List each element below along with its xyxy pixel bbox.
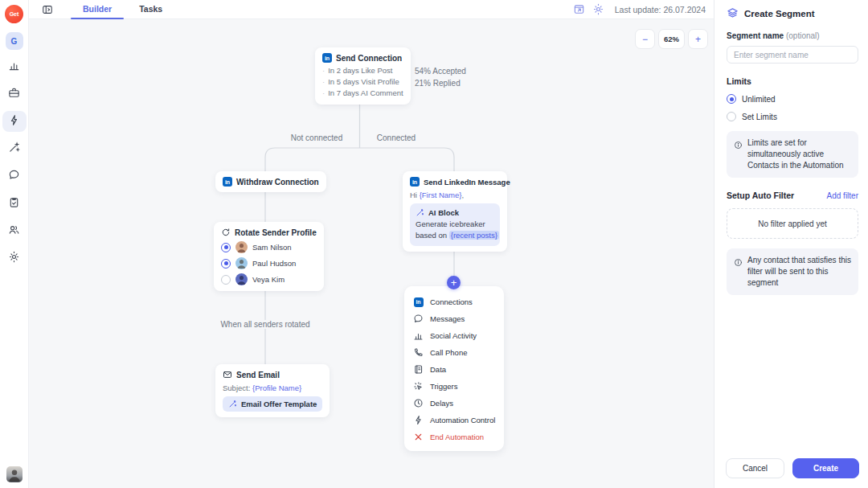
add-step-button[interactable] bbox=[447, 276, 461, 289]
magic-wand-icon bbox=[228, 400, 237, 408]
magic-wand-icon bbox=[8, 141, 20, 157]
zoom-controls: − 62% + bbox=[635, 29, 708, 49]
add-filter-link[interactable]: Add filter bbox=[827, 191, 858, 200]
lightning-icon bbox=[413, 415, 424, 425]
sender-radio[interactable] bbox=[221, 275, 231, 285]
menu-item-call-phone[interactable]: Call Phone bbox=[404, 344, 504, 361]
tab-tasks[interactable]: Tasks bbox=[125, 0, 176, 19]
lightning-icon bbox=[8, 114, 20, 129]
email-subject: Subject: {Profile Name} bbox=[223, 383, 322, 392]
sidebar-item-analytics[interactable] bbox=[2, 56, 27, 77]
node-withdraw-connection[interactable]: Withdraw Connection bbox=[215, 171, 326, 192]
segment-name-input[interactable] bbox=[727, 46, 858, 64]
sidebar-item-tasks[interactable] bbox=[2, 193, 27, 214]
stat-accepted: 54% Accepted bbox=[415, 65, 466, 77]
node-rotate-sender-profile[interactable]: Rotate Sender Profile Sam Nilson Paul Hu… bbox=[214, 222, 324, 291]
linkedin-icon bbox=[410, 177, 420, 187]
automation-canvas[interactable]: − 62% + Send Connection In 2 days Like P… bbox=[29, 19, 714, 488]
menu-item-social-activity[interactable]: Social Activity bbox=[404, 327, 504, 344]
x-cross-icon bbox=[413, 432, 424, 442]
profile-name-token: {Profile Name} bbox=[252, 383, 301, 392]
layers-icon bbox=[727, 7, 739, 19]
user-avatar[interactable] bbox=[6, 466, 23, 482]
cancel-button[interactable]: Cancel bbox=[726, 458, 784, 478]
sidebar-item-contacts[interactable] bbox=[2, 220, 27, 241]
rotate-icon bbox=[221, 228, 231, 237]
step-item: In 2 days Like Post bbox=[322, 65, 403, 76]
branch-label-not-connected: Not connected bbox=[291, 133, 343, 142]
zoom-out-button[interactable]: − bbox=[635, 29, 655, 49]
sender-radio[interactable] bbox=[221, 259, 231, 269]
sidebar-item-ai-tools[interactable] bbox=[2, 138, 27, 159]
gear-icon bbox=[8, 251, 20, 266]
create-button[interactable]: Create bbox=[792, 458, 859, 478]
notebook-icon bbox=[413, 364, 424, 375]
bar-chart-icon bbox=[413, 330, 424, 341]
last-update: Last update: 26.07.2024 bbox=[615, 5, 706, 14]
tab-builder[interactable]: Builder bbox=[69, 0, 125, 19]
tap-trigger-icon bbox=[413, 381, 424, 392]
menu-item-end-automation[interactable]: End Automation bbox=[404, 429, 504, 445]
menu-item-delays[interactable]: Delays bbox=[404, 395, 504, 412]
linkedin-icon bbox=[322, 53, 332, 63]
sender-radio[interactable] bbox=[221, 243, 231, 252]
sender-avatar bbox=[235, 241, 248, 253]
linkedin-icon bbox=[223, 177, 232, 187]
sidebar-item-automation[interactable] bbox=[2, 111, 27, 132]
add-step-menu: Connections Messages Social Activity Cal… bbox=[404, 286, 504, 451]
settings-gear-icon[interactable] bbox=[592, 3, 604, 15]
limits-heading: Limits bbox=[727, 76, 858, 86]
sender-name: Sam Nilson bbox=[252, 243, 292, 252]
node-title: Send Email bbox=[236, 371, 280, 379]
ai-block-card[interactable]: AI Block Generate icebreaker based on {r… bbox=[410, 203, 500, 246]
radio-selected[interactable] bbox=[727, 94, 736, 104]
clock-icon bbox=[413, 398, 424, 408]
node-title: Rotate Sender Profile bbox=[235, 228, 317, 237]
email-template-chip[interactable]: Email Offer Template bbox=[223, 396, 322, 412]
branch-label-connected: Connected bbox=[377, 133, 416, 142]
phone-icon bbox=[413, 347, 424, 358]
sidebar: Get G bbox=[0, 0, 29, 488]
zoom-level: 62% bbox=[658, 29, 685, 49]
sidebar-item-inbox[interactable] bbox=[2, 84, 27, 105]
menu-item-data[interactable]: Data bbox=[404, 361, 504, 378]
stat-replied: 21% Replied bbox=[415, 77, 466, 89]
limits-option-set-limits[interactable]: Set Limits bbox=[727, 112, 858, 121]
node-send-email[interactable]: Send Email Subject: {Profile Name} Email… bbox=[215, 364, 330, 417]
builder-tabs: Builder Tasks bbox=[69, 0, 176, 19]
node-send-linkedin-message[interactable]: Send LinkedIn Message Hi {First Name}, A… bbox=[403, 171, 507, 252]
message-greeting: Hi {First Name}, bbox=[410, 191, 500, 199]
panel-title: Create Segment bbox=[744, 9, 815, 18]
limits-option-unlimited[interactable]: Unlimited bbox=[727, 94, 858, 104]
sidebar-item-messages[interactable] bbox=[2, 166, 27, 187]
node-title: Withdraw Connection bbox=[236, 178, 319, 187]
sender-row: Veya Kim bbox=[221, 273, 317, 285]
zoom-in-button[interactable]: + bbox=[688, 29, 708, 49]
node-title: Send LinkedIn Message bbox=[424, 178, 510, 187]
create-segment-panel: Create Segment Segment name (optional) L… bbox=[714, 0, 868, 488]
edge-label-senders-rotated: When all senders rotated bbox=[216, 320, 313, 329]
bar-chart-icon bbox=[8, 59, 20, 75]
step-item: In 7 days AI Comment bbox=[322, 88, 403, 99]
chat-bubble-icon bbox=[413, 314, 424, 324]
linkedin-icon bbox=[413, 297, 424, 307]
menu-item-messages[interactable]: Messages bbox=[404, 310, 504, 327]
sidebar-item-settings[interactable] bbox=[2, 248, 27, 269]
open-window-icon[interactable] bbox=[573, 3, 585, 15]
sender-avatar bbox=[235, 273, 248, 285]
ai-block-line: Generate icebreaker bbox=[416, 219, 494, 230]
sender-name: Veya Kim bbox=[252, 275, 285, 284]
menu-item-triggers[interactable]: Triggers bbox=[404, 378, 504, 395]
menu-item-automation-control[interactable]: Automation Control bbox=[404, 412, 504, 429]
filter-empty-state: No filter applied yet bbox=[727, 208, 858, 239]
workspace-avatar[interactable]: G bbox=[6, 32, 23, 50]
briefcase-icon bbox=[8, 87, 20, 102]
info-icon bbox=[734, 256, 743, 265]
sidebar-toggle-icon[interactable] bbox=[42, 4, 53, 15]
segment-name-label: Segment name (optional) bbox=[727, 31, 858, 40]
chip-label: Email Offer Template bbox=[241, 400, 317, 408]
menu-item-connections[interactable]: Connections bbox=[404, 293, 504, 310]
radio-unselected[interactable] bbox=[727, 112, 736, 121]
app-logo[interactable]: Get bbox=[5, 5, 23, 23]
node-send-connection[interactable]: Send Connection In 2 days Like Post In 5… bbox=[315, 47, 411, 105]
